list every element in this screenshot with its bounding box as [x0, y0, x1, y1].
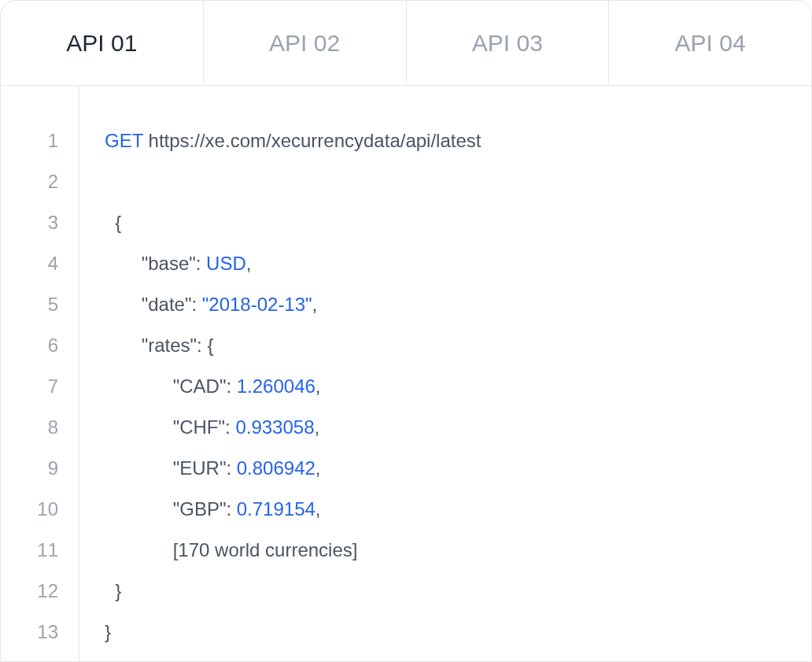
- json-key: "CHF":: [173, 416, 236, 438]
- line-number: 6: [1, 325, 79, 366]
- brace-close: }: [115, 580, 121, 601]
- line-number: 11: [1, 530, 79, 571]
- json-value: 1.260046: [237, 375, 316, 397]
- line-number: 10: [1, 489, 79, 530]
- tab-api-02[interactable]: API 02: [204, 1, 407, 85]
- line-number-gutter: 1 2 3 4 5 6 7 8 9 10 11 12 13: [1, 86, 79, 661]
- brace-open: {: [115, 212, 121, 233]
- code-line: "GBP": 0.719154,: [105, 489, 481, 530]
- code-line: {: [105, 202, 481, 243]
- json-key: "base":: [142, 253, 206, 274]
- code-editor: 1 2 3 4 5 6 7 8 9 10 11 12 13 GET https:…: [1, 86, 811, 661]
- brace-close: }: [105, 621, 111, 642]
- code-line: "CAD": 1.260046,: [105, 366, 481, 407]
- code-line: [170 world currencies]: [105, 530, 481, 571]
- code-line: }: [105, 571, 481, 612]
- json-key: "rates": {: [142, 335, 214, 356]
- tab-api-03[interactable]: API 03: [407, 1, 610, 85]
- code-line: GET https://xe.com/xecurrencydata/api/la…: [105, 120, 481, 161]
- tab-api-01[interactable]: API 01: [1, 1, 204, 85]
- code-line: "rates": {: [105, 325, 481, 366]
- line-number: 5: [1, 284, 79, 325]
- api-editor-window: API 01 API 02 API 03 API 04 1 2 3 4 5 6 …: [0, 0, 812, 662]
- line-number: 3: [1, 202, 79, 243]
- line-number: 12: [1, 571, 79, 612]
- json-key: "date":: [142, 294, 202, 315]
- json-value: 0.933058: [235, 416, 314, 438]
- code-line: }: [105, 612, 481, 653]
- json-value: 0.806942: [237, 457, 316, 479]
- line-number: 7: [1, 366, 79, 407]
- json-key: "EUR":: [173, 457, 237, 479]
- request-url: https://xe.com/xecurrencydata/api/latest: [149, 130, 482, 151]
- line-number: 1: [1, 120, 79, 161]
- code-line: [105, 161, 481, 202]
- code-line: "base": USD,: [105, 243, 481, 284]
- code-line: "date": "2018-02-13",: [105, 284, 481, 325]
- tab-bar: API 01 API 02 API 03 API 04: [1, 1, 811, 86]
- line-number: 2: [1, 161, 79, 202]
- json-note: [170 world currencies]: [173, 539, 358, 560]
- json-key: "CAD":: [173, 375, 237, 397]
- code-pane[interactable]: GET https://xe.com/xecurrencydata/api/la…: [79, 86, 481, 661]
- line-number: 9: [1, 448, 79, 489]
- tab-api-04[interactable]: API 04: [609, 1, 811, 85]
- line-number: 8: [1, 407, 79, 448]
- json-value: 0.719154: [237, 498, 316, 520]
- json-key: "GBP":: [173, 498, 237, 520]
- http-method: GET: [105, 130, 143, 151]
- json-value: USD: [206, 253, 246, 274]
- json-value: "2018-02-13": [202, 294, 312, 315]
- code-line: "CHF": 0.933058,: [105, 407, 481, 448]
- line-number: 13: [1, 612, 79, 653]
- code-line: "EUR": 0.806942,: [105, 448, 481, 489]
- line-number: 4: [1, 243, 79, 284]
